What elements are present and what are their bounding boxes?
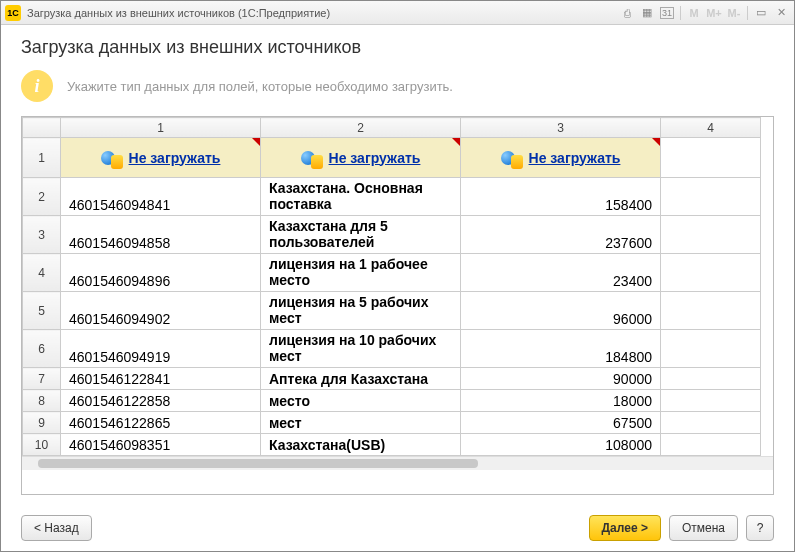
col-header-2[interactable]: 2 xyxy=(261,118,461,138)
field-type-link[interactable]: Не загружать xyxy=(329,150,421,166)
cell[interactable] xyxy=(661,138,761,178)
row-number: 7 xyxy=(23,368,61,390)
field-type-link[interactable]: Не загружать xyxy=(529,150,621,166)
help-button[interactable]: ? xyxy=(746,515,774,541)
row-number: 5 xyxy=(23,292,61,330)
cell[interactable]: 4601546122858 xyxy=(61,390,261,412)
table-row[interactable]: 64601546094919лицензия на 10 рабочих мес… xyxy=(23,330,761,368)
cell[interactable]: мест xyxy=(261,412,461,434)
app-icon: 1C xyxy=(5,5,21,21)
table-row[interactable]: 54601546094902лицензия на 5 рабочих мест… xyxy=(23,292,761,330)
row-number: 10 xyxy=(23,434,61,456)
info-icon: i xyxy=(21,70,53,102)
cell[interactable]: Аптека для Казахстана xyxy=(261,368,461,390)
cell[interactable] xyxy=(661,292,761,330)
row-number: 8 xyxy=(23,390,61,412)
row-number: 6 xyxy=(23,330,61,368)
data-grid[interactable]: 1 2 3 4 1Не загружатьНе загружатьНе загр… xyxy=(21,116,774,495)
cell[interactable]: 184800 xyxy=(461,330,661,368)
cell[interactable] xyxy=(661,254,761,292)
row-number: 9 xyxy=(23,412,61,434)
col-header-4[interactable]: 4 xyxy=(661,118,761,138)
cell[interactable]: 23400 xyxy=(461,254,661,292)
database-icon xyxy=(101,147,123,169)
cell[interactable]: Казахстана. Основная поставка xyxy=(261,178,461,216)
titlebar: 1C Загрузка данных из внешних источников… xyxy=(1,1,794,25)
corner-cell xyxy=(23,118,61,138)
cell[interactable] xyxy=(661,368,761,390)
cell[interactable]: 4601546094896 xyxy=(61,254,261,292)
print-icon[interactable]: ⎙ xyxy=(618,4,636,22)
cell[interactable]: лицензия на 10 рабочих мест xyxy=(261,330,461,368)
cell[interactable]: место xyxy=(261,390,461,412)
titlebar-controls: ⎙ ▦ 31 M M+ M- ▭ ✕ xyxy=(618,4,790,22)
cell[interactable]: Казахстана для 5 пользователей xyxy=(261,216,461,254)
memory-mminus-icon[interactable]: M- xyxy=(725,4,743,22)
cell[interactable]: 90000 xyxy=(461,368,661,390)
content-area: Загрузка данных из внешних источников i … xyxy=(1,25,794,505)
cell[interactable]: 18000 xyxy=(461,390,661,412)
field-type-cell[interactable]: Не загружать xyxy=(61,138,261,178)
cell[interactable] xyxy=(661,330,761,368)
next-button[interactable]: Далее > xyxy=(589,515,661,541)
table-row[interactable]: 74601546122841Аптека для Казахстана90000 xyxy=(23,368,761,390)
calendar-icon[interactable]: 31 xyxy=(658,4,676,22)
field-type-link[interactable]: Не загружать xyxy=(129,150,221,166)
row-number: 1 xyxy=(23,138,61,178)
cell[interactable]: 4601546098351 xyxy=(61,434,261,456)
memory-mplus-icon[interactable]: M+ xyxy=(705,4,723,22)
cell[interactable]: 4601546122841 xyxy=(61,368,261,390)
hint-row: i Укажите тип данных для полей, которые … xyxy=(21,70,774,102)
hint-text: Укажите тип данных для полей, которые не… xyxy=(67,79,453,94)
table-row[interactable]: 1Не загружатьНе загружатьНе загружать xyxy=(23,138,761,178)
calculator-icon[interactable]: ▦ xyxy=(638,4,656,22)
cell[interactable] xyxy=(661,390,761,412)
table-row[interactable]: 104601546098351Казахстана(USB)108000 xyxy=(23,434,761,456)
back-button[interactable]: < Назад xyxy=(21,515,92,541)
memory-m-icon[interactable]: M xyxy=(685,4,703,22)
row-number: 3 xyxy=(23,216,61,254)
cancel-button[interactable]: Отмена xyxy=(669,515,738,541)
cell[interactable] xyxy=(661,434,761,456)
separator xyxy=(747,6,748,20)
column-header-row: 1 2 3 4 xyxy=(23,118,761,138)
close-icon[interactable]: ✕ xyxy=(772,4,790,22)
database-icon xyxy=(301,147,323,169)
table-row[interactable]: 94601546122865мест67500 xyxy=(23,412,761,434)
page-title: Загрузка данных из внешних источников xyxy=(21,37,774,58)
table-row[interactable]: 44601546094896лицензия на 1 рабочее мест… xyxy=(23,254,761,292)
footer: < Назад Далее > Отмена ? xyxy=(1,505,794,551)
row-number: 2 xyxy=(23,178,61,216)
field-type-cell[interactable]: Не загружать xyxy=(461,138,661,178)
cell[interactable]: 4601546094858 xyxy=(61,216,261,254)
table-row[interactable]: 34601546094858Казахстана для 5 пользоват… xyxy=(23,216,761,254)
row-number: 4 xyxy=(23,254,61,292)
cell[interactable]: 158400 xyxy=(461,178,661,216)
minimize-icon[interactable]: ▭ xyxy=(752,4,770,22)
col-header-3[interactable]: 3 xyxy=(461,118,661,138)
cell[interactable]: 4601546122865 xyxy=(61,412,261,434)
separator xyxy=(680,6,681,20)
cell[interactable]: 67500 xyxy=(461,412,661,434)
app-window: 1C Загрузка данных из внешних источников… xyxy=(0,0,795,552)
cell[interactable]: 96000 xyxy=(461,292,661,330)
cell[interactable]: 4601546094902 xyxy=(61,292,261,330)
table-row[interactable]: 84601546122858место18000 xyxy=(23,390,761,412)
cell[interactable]: Казахстана(USB) xyxy=(261,434,461,456)
cell[interactable]: 237600 xyxy=(461,216,661,254)
table-row[interactable]: 24601546094841Казахстана. Основная поста… xyxy=(23,178,761,216)
database-icon xyxy=(501,147,523,169)
cell[interactable]: лицензия на 1 рабочее место xyxy=(261,254,461,292)
cell[interactable]: 4601546094919 xyxy=(61,330,261,368)
cell[interactable]: 108000 xyxy=(461,434,661,456)
cell[interactable] xyxy=(661,178,761,216)
cell[interactable] xyxy=(661,412,761,434)
cell[interactable]: 4601546094841 xyxy=(61,178,261,216)
horizontal-scrollbar[interactable] xyxy=(22,456,773,470)
col-header-1[interactable]: 1 xyxy=(61,118,261,138)
cell[interactable]: лицензия на 5 рабочих мест xyxy=(261,292,461,330)
field-type-cell[interactable]: Не загружать xyxy=(261,138,461,178)
cell[interactable] xyxy=(661,216,761,254)
titlebar-text: Загрузка данных из внешних источников (1… xyxy=(27,7,618,19)
